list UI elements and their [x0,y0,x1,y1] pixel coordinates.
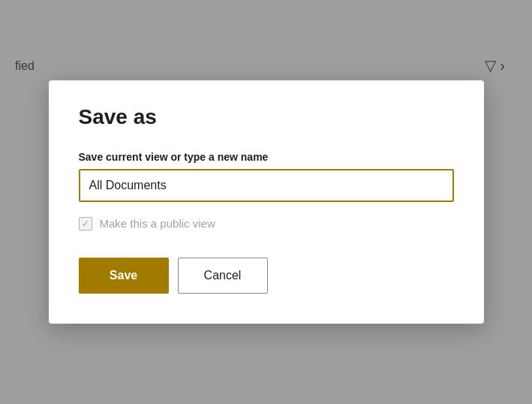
cancel-button[interactable]: Cancel [178,258,268,294]
dialog-title: Save as [79,104,454,130]
public-view-label: Make this a public view [100,217,215,230]
public-view-row: ✓ Make this a public view [79,217,454,231]
save-button[interactable]: Save [79,258,169,294]
checkbox-visual: ✓ [79,217,92,231]
form-label: Save current view or type a new name [79,151,454,163]
modal-backdrop: Save as Save current view or type a new … [0,0,532,404]
save-as-dialog: Save as Save current view or type a new … [49,80,484,324]
checkmark-icon: ✓ [82,219,89,228]
public-view-checkbox[interactable]: ✓ [79,217,92,231]
view-name-input[interactable] [79,169,454,202]
button-row: Save Cancel [79,258,454,294]
